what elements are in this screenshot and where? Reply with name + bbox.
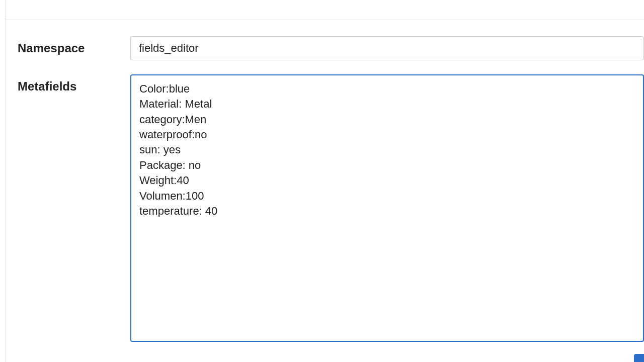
namespace-input-col bbox=[130, 36, 644, 60]
metafields-textarea[interactable] bbox=[130, 74, 644, 342]
namespace-label: Namespace bbox=[18, 36, 130, 55]
metafields-label: Metafields bbox=[18, 74, 130, 94]
save-button[interactable] bbox=[634, 354, 644, 362]
namespace-input[interactable] bbox=[130, 36, 644, 60]
top-divider bbox=[6, 0, 644, 20]
editor-container: Namespace Metafields bbox=[5, 0, 644, 362]
metafields-row: Metafields bbox=[18, 74, 644, 344]
metafields-input-col bbox=[130, 74, 644, 344]
form-area: Namespace Metafields bbox=[6, 20, 644, 344]
namespace-row: Namespace bbox=[18, 36, 644, 60]
